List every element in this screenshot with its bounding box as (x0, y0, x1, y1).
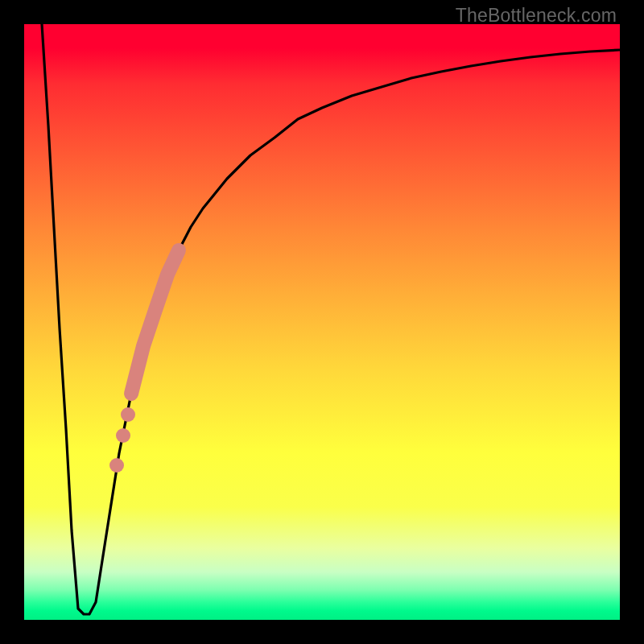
chart-svg (24, 24, 620, 620)
highlighted-range (131, 250, 179, 394)
watermark-text: TheBottleneck.com (456, 5, 617, 27)
bottleneck-curve (42, 24, 620, 614)
plot-area (24, 24, 620, 620)
highlight-dot (109, 458, 124, 473)
chart-frame: TheBottleneck.com (0, 0, 644, 644)
highlight-dot (116, 428, 130, 443)
highlight-dot (121, 407, 135, 422)
